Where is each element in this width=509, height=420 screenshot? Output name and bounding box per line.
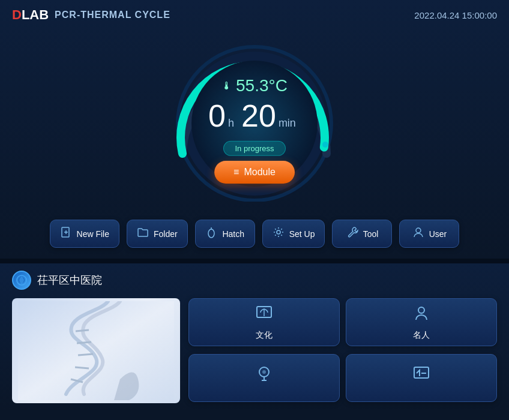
layers-icon: ≡: [233, 167, 239, 178]
logo-area: DLAB PCR-THERMAL CYCLE: [12, 7, 170, 23]
new-file-icon: [60, 226, 72, 241]
bottom-content: 文化 名人: [12, 298, 497, 403]
svg-point-10: [416, 228, 421, 233]
folder-button[interactable]: Folder: [127, 220, 188, 248]
panel-divider: [0, 259, 509, 263]
svg-line-16: [78, 354, 93, 355]
gauge-wrapper: 🌡 55.3°C 0 h 20 min In progress ≡ Module: [164, 34, 345, 202]
svg-point-9: [277, 230, 280, 234]
svg-line-17: [77, 342, 91, 343]
tool-icon: [346, 226, 358, 241]
logo-d: D: [12, 7, 22, 22]
hospital-name: 茌平区中医院: [37, 273, 102, 287]
folder-label: Folder: [154, 229, 178, 239]
hatch-icon: [205, 226, 217, 241]
thermometer-icon: 🌡: [221, 79, 232, 92]
hours-unit: h: [228, 117, 234, 130]
app-title: PCR-THERMAL CYCLE: [55, 10, 170, 20]
celebrity-label: 名人: [413, 330, 430, 341]
btn3-icon: [254, 364, 274, 387]
tool-button[interactable]: Tool: [332, 220, 392, 248]
user-label: User: [429, 229, 447, 239]
time-display: 0 h 20 min: [194, 100, 315, 131]
top-panel: DLAB PCR-THERMAL CYCLE 2022.04.24 15:00:…: [0, 0, 509, 259]
header: DLAB PCR-THERMAL CYCLE 2022.04.24 15:00:…: [0, 0, 509, 28]
logo-lab: LAB: [22, 7, 49, 22]
svg-point-25: [262, 370, 266, 374]
culture-label: 文化: [256, 330, 273, 341]
new-file-button[interactable]: New File: [50, 220, 119, 248]
new-file-label: New File: [77, 229, 109, 239]
gauge-inner: 🌡 55.3°C 0 h 20 min In progress: [194, 76, 315, 156]
btn4-button[interactable]: [346, 354, 497, 402]
hours-value: 0: [208, 100, 226, 131]
celebrity-button[interactable]: 名人: [346, 298, 497, 346]
gauge-container: 🌡 55.3°C 0 h 20 min In progress ≡ Module: [0, 28, 509, 214]
setup-icon: [273, 226, 285, 241]
setup-label: Set Up: [289, 229, 315, 239]
svg-line-18: [76, 330, 89, 331]
module-label: Module: [244, 167, 275, 178]
module-button[interactable]: ≡ Module: [214, 161, 295, 184]
grid-buttons: 文化 名人: [188, 298, 497, 403]
nav-bar: New File Folder Hatch: [0, 214, 509, 259]
tool-label: Tool: [363, 229, 379, 239]
hospital-header: 茌平区中医院: [12, 271, 497, 290]
hatch-label: Hatch: [222, 229, 244, 239]
celebrity-icon: [412, 304, 431, 325]
temperature-display: 🌡 55.3°C: [194, 76, 315, 95]
minutes-unit: min: [279, 117, 296, 130]
dna-visual: [12, 298, 180, 403]
btn3-button[interactable]: [188, 354, 340, 402]
temperature-value: 55.3°C: [236, 76, 288, 95]
setup-button[interactable]: Set Up: [262, 220, 325, 248]
dna-image: [12, 298, 180, 403]
hospital-logo: [12, 271, 31, 290]
svg-point-21: [418, 307, 424, 313]
folder-icon: [137, 227, 149, 241]
logo: DLAB: [12, 7, 49, 23]
hatch-button[interactable]: Hatch: [195, 220, 255, 248]
svg-point-2: [322, 142, 328, 148]
status-badge: In progress: [223, 141, 285, 156]
minutes-value: 20: [241, 100, 276, 131]
btn4-icon: [412, 365, 431, 386]
culture-button[interactable]: 文化: [188, 298, 340, 346]
user-button[interactable]: User: [399, 220, 459, 248]
svg-point-7: [208, 229, 214, 238]
svg-line-15: [75, 367, 89, 368]
bottom-panel: 茌平区中医院: [0, 263, 509, 410]
datetime: 2022.04.24 15:00:00: [414, 10, 497, 20]
user-icon: [412, 226, 424, 241]
culture-icon: [254, 304, 274, 325]
